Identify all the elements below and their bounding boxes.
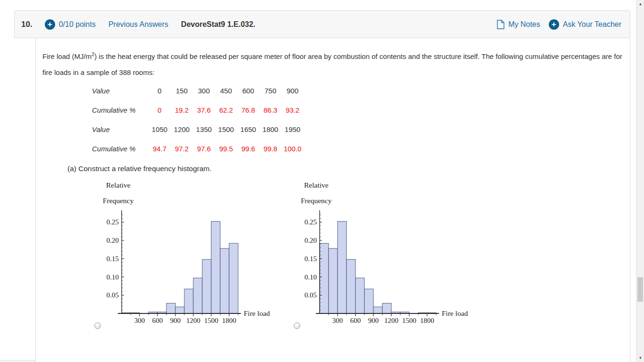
y-axis-label-line2: Frequency [103,197,134,205]
freq-table-cell: 1350 [193,125,215,133]
svg-text:0.20: 0.20 [107,237,119,244]
question-header: 10. + 0/10 points Previous Answers Devor… [14,10,630,38]
freq-table-cell: 93.2 [281,106,304,114]
svg-text:0.10: 0.10 [305,273,317,281]
freq-table-cell: 76.8 [237,106,259,114]
svg-text:1800: 1800 [222,317,236,324]
svg-text:0.05: 0.05 [305,291,317,299]
freq-table-cell: 1200 [171,125,193,133]
previous-answers-link[interactable]: Previous Answers [108,20,168,29]
freq-table-row: Cumulative %019.237.662.276.886.393.2 [92,106,304,117]
y-axis-label-line2: Frequency [301,197,332,205]
freq-table-cell: 97.6 [193,145,215,153]
freq-table-cell: 300 [193,87,215,95]
freq-table-cell: 1950 [281,125,304,133]
x-axis-label: Fire load [442,309,468,317]
problem-statement: Fire load (MJ/m2) is the heat energy tha… [42,46,622,81]
freq-table-row-label: Value [92,87,149,95]
scrollbar-thumb[interactable] [637,277,643,302]
svg-text:1800: 1800 [420,317,434,324]
svg-text:0.25: 0.25 [305,218,317,226]
freq-table-cell: 1050 [149,125,171,133]
histogram-bar [364,289,373,313]
problem-line-2: fire loads in a sample of 388 rooms: [42,65,622,81]
expand-points-icon[interactable]: + [45,19,55,30]
histogram-option-a-radio[interactable] [94,322,101,329]
svg-text:1500: 1500 [204,317,218,324]
histogram-option-b-radio[interactable] [294,322,300,329]
freq-table-cell: 37.6 [193,106,215,114]
histogram-bar [166,303,175,313]
freq-table-cell: 100.0 [281,145,304,153]
svg-text:0.15: 0.15 [305,255,317,263]
freq-table-cell: 86.3 [259,106,281,114]
histogram-bar [175,307,184,313]
freq-table-row-label: Cumulative % [92,106,149,114]
svg-text:0.25: 0.25 [107,218,119,226]
x-axis-label: Fire load [244,309,270,317]
scroll-down-icon[interactable]: ▼ [636,354,644,362]
my-notes-link[interactable]: My Notes [508,20,540,29]
svg-text:1500: 1500 [402,317,416,324]
freq-table-row: Value0150300450600750900 [92,87,304,98]
vertical-scrollbar[interactable]: ▲ ▼ [636,0,644,362]
svg-text:600: 600 [350,317,361,324]
histogram-svg: 0.050.100.150.200.2530060090012001500180… [290,178,476,329]
freq-table-cell: 750 [259,87,281,95]
svg-text:0.20: 0.20 [305,237,317,244]
histogram-bar [211,222,220,313]
svg-text:300: 300 [332,317,343,324]
svg-text:0.15: 0.15 [107,255,119,263]
y-axis-label-line1: Relative [106,181,131,189]
freq-table-row-label: Value [92,125,149,133]
histogram-svg: 0.050.100.150.200.2530060090012001500180… [92,178,278,329]
histogram-bar [184,289,193,313]
freq-table-cell: 99.6 [237,145,259,153]
freq-table-cell: 450 [215,87,237,95]
svg-text:1200: 1200 [186,317,200,324]
histogram-bar [373,307,382,313]
histogram-bar [229,243,238,313]
freq-table-cell: 1500 [215,125,237,133]
points-label: 0/10 points [59,20,96,29]
freq-table-cell: 94.7 [149,145,171,153]
freq-table-cell: 0 [149,106,171,114]
freq-table-cell: 150 [171,87,193,95]
svg-text:0.10: 0.10 [107,273,119,281]
histogram-option-b-image: 0.050.100.150.200.2530060090012001500180… [290,178,476,329]
histogram-bar [202,259,211,313]
freq-table-row-label: Cumulative % [92,145,149,153]
svg-text:900: 900 [368,317,379,324]
freq-table-cell: 62.2 [215,106,237,114]
freq-table-cell: 600 [237,87,259,95]
part-a-prompt: (a) Construct a relative frequency histo… [67,165,212,173]
y-axis-label-line1: Relative [304,181,329,189]
cumulative-table: Value0150300450600750900Cumulative %019.… [92,87,304,164]
histogram-bar [382,303,391,313]
freq-table-row: Value1050120013501500165018001950 [92,125,304,136]
freq-table-cell: 1800 [259,125,281,133]
scroll-up-icon[interactable]: ▲ [636,0,644,8]
problem-line-1: Fire load (MJ/m2) is the heat energy tha… [42,46,622,65]
question-number: 10. [21,20,33,29]
histogram-bar [320,243,329,313]
freq-table-cell: 900 [281,87,304,95]
histogram-option-a-image: 0.050.100.150.200.2530060090012001500180… [92,178,278,329]
svg-text:300: 300 [134,317,145,324]
freq-table-cell: 99.8 [259,145,281,153]
svg-text:0.05: 0.05 [107,291,119,299]
histogram-bar [355,278,364,313]
my-notes-icon [497,20,504,29]
freq-table-cell: 0 [149,87,171,95]
ask-your-teacher-link[interactable]: Ask Your Teacher [563,20,621,29]
histogram-bar [347,259,355,313]
assignment-code: DevoreStat9 1.E.032. [181,20,255,29]
gutter-divider [0,361,35,361]
freq-table-row: Cumulative %94.797.297.699.599.699.8100.… [92,145,304,156]
histogram-bar [193,278,202,313]
svg-text:900: 900 [170,317,181,324]
freq-table-cell: 97.2 [171,145,193,153]
histogram-bar [220,248,229,313]
freq-table-cell: 19.2 [171,106,193,114]
ask-teacher-icon[interactable]: + [549,19,559,30]
